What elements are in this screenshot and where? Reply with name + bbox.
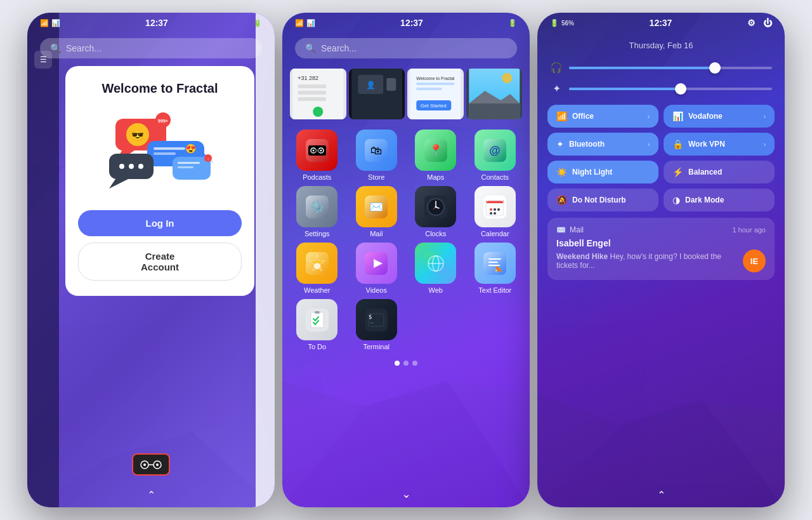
app-icon-store: 🛍 <box>356 130 397 171</box>
toggle-bluetooth[interactable]: ✦ Bluetooth › <box>547 133 658 156</box>
svg-rect-131 <box>365 309 388 331</box>
brightness-thumb[interactable] <box>675 83 686 95</box>
svg-point-49 <box>156 463 159 466</box>
toggle-dnd-label: Do Not Disturb <box>572 196 626 204</box>
svg-rect-63 <box>298 91 326 95</box>
svg-point-110 <box>497 208 500 211</box>
status-icons-2: 📶 📊 <box>295 19 315 27</box>
bluetooth-toggle-icon: ✦ <box>556 139 564 149</box>
dot-1[interactable] <box>395 361 400 366</box>
svg-text:999+: 999+ <box>158 119 168 123</box>
svg-point-39 <box>138 164 143 169</box>
search-bar-2[interactable]: 🔍 Search... <box>295 38 517 58</box>
mail-timestamp: 1 hour ago <box>732 226 766 234</box>
recent-thumb-message[interactable]: Welcome to Fractal Get Started <box>407 69 464 119</box>
app-item-mail[interactable]: ✉️ Mail <box>350 186 404 237</box>
app-item-weather[interactable]: Weather <box>290 243 344 294</box>
toggle-nightlight-label: Night Light <box>572 168 612 177</box>
app-label-terminal: Terminal <box>363 343 390 350</box>
signal-toggle-icon: 📊 <box>672 111 683 121</box>
toggle-workvpn-arrow: › <box>764 141 766 148</box>
create-account-button[interactable]: Create Account <box>78 243 242 281</box>
volume-fill <box>569 67 715 69</box>
app-item-calendar[interactable]: Calendar <box>468 186 523 237</box>
dot-3[interactable] <box>412 361 417 366</box>
svg-point-37 <box>119 164 124 169</box>
battery-icon: 🔋 <box>253 19 262 27</box>
recent-thumb-video[interactable]: 👤 <box>349 69 405 119</box>
app-item-texteditor[interactable]: Text Editor <box>468 243 523 294</box>
settings-icon[interactable]: ⚙ <box>747 18 756 28</box>
battery-icon-3: 🔋 <box>550 19 559 27</box>
welcome-card: Welcome to Fractal 999+ 😎 <box>65 66 254 296</box>
chat-illustration: 999+ 😎 <box>103 106 217 195</box>
wifi-icon: 📶 <box>40 19 49 27</box>
recent-thumb-photo[interactable] <box>466 69 523 119</box>
app-icon-mail: ✉️ <box>356 186 397 227</box>
toggle-workvpn[interactable]: 🔒 Work VPN › <box>664 133 775 156</box>
svg-rect-124 <box>488 262 498 263</box>
search-bar-1[interactable]: 🔍 Search... <box>40 38 262 58</box>
search-placeholder-1: Search... <box>66 43 102 53</box>
app-icon-videos <box>356 243 397 284</box>
svg-text:😎: 😎 <box>131 130 144 142</box>
app-icon-calendar <box>475 186 516 227</box>
app-item-todo[interactable]: To Do <box>290 299 344 350</box>
app-item-podcasts[interactable]: Podcasts <box>290 130 344 181</box>
mail-notification[interactable]: ✉️ Mail 1 hour ago Isabell Engel Weekend… <box>547 218 775 280</box>
toggle-vodafone[interactable]: 📊 Vodafone › <box>664 105 775 128</box>
control-center: Thursday, Feb 16 🎧 ✦ <box>537 33 785 288</box>
recent-apps-row: +31 282 👤 Welcome to Fracta <box>282 63 530 124</box>
app-label-calendar: Calendar <box>481 230 509 237</box>
dot-2[interactable] <box>403 361 409 366</box>
volume-thumb[interactable] <box>709 62 721 74</box>
main-container: ☰ 📶 📊 12:37 🔋 🔍 Search... <box>0 0 812 520</box>
toggle-darkmode[interactable]: ◑ Dark Mode <box>664 189 775 211</box>
svg-text:$: $ <box>369 314 372 320</box>
toggle-nightlight[interactable]: ☀️ Night Light <box>547 161 658 183</box>
mail-icon: ✉️ <box>556 225 566 234</box>
app-item-maps[interactable]: 📍 Maps <box>409 130 463 181</box>
toggle-office[interactable]: 📶 Office › <box>547 105 658 128</box>
app-item-videos[interactable]: Videos <box>350 243 404 294</box>
app-item-settings[interactable]: ⚙️ Settings <box>290 186 344 237</box>
bottom-indicator-2: ⌄ <box>402 487 411 501</box>
toggle-grid: 📶 Office › 📊 Vodafone › ✦ Bluetooth › <box>547 105 775 211</box>
svg-point-109 <box>494 208 496 211</box>
app-item-clocks[interactable]: Clocks <box>409 186 463 237</box>
svg-rect-73 <box>416 88 442 90</box>
status-bar-3: 🔋 56% 12:37 ⚙ ⏻ <box>537 13 785 33</box>
login-button[interactable]: Log In <box>78 210 242 236</box>
app-item-web[interactable]: Web <box>409 243 463 294</box>
svg-point-79 <box>502 73 512 83</box>
toggle-bluetooth-label: Bluetooth <box>569 140 605 149</box>
brightness-fill <box>569 88 681 90</box>
brightness-track[interactable] <box>569 88 772 90</box>
left-panel: ☰ <box>27 13 59 507</box>
app-label-videos: Videos <box>366 286 387 294</box>
dnd-toggle-icon: 🔕 <box>556 195 567 205</box>
svg-point-84 <box>312 149 314 151</box>
app-label-podcasts: Podcasts <box>303 173 331 181</box>
time-display-2: 12:37 <box>400 18 423 28</box>
toggle-balanced[interactable]: ⚡ Balanced <box>664 161 775 183</box>
mail-sender: Isabell Engel <box>556 238 766 248</box>
app-item-store[interactable]: 🛍 Store <box>350 130 404 181</box>
app-item-contacts[interactable]: @ Contacts <box>468 130 523 181</box>
search-icon-2: 🔍 <box>305 43 316 53</box>
app-item-terminal[interactable]: _ $ Terminal <box>350 299 404 350</box>
recent-thumb-dialer[interactable]: +31 282 <box>290 69 346 119</box>
svg-text:+31 282: +31 282 <box>298 75 318 81</box>
power-icon[interactable]: ⏻ <box>763 18 772 28</box>
svg-text:👤: 👤 <box>365 80 375 90</box>
svg-text:😍: 😍 <box>185 143 197 154</box>
toggle-vodafone-label: Vodafone <box>688 112 723 121</box>
svg-point-115 <box>314 263 320 269</box>
brightness-slider-row: ✦ <box>547 79 775 98</box>
toggle-donotdisturb[interactable]: 🔕 Do Not Disturb <box>547 189 658 211</box>
volume-track[interactable] <box>569 67 772 69</box>
svg-text:@: @ <box>489 144 501 157</box>
screen2-apps: 📶 📊 12:37 🔋 🔍 Search... +31 282 <box>282 13 530 507</box>
app-icon-web <box>415 243 456 284</box>
right-panel <box>256 13 275 507</box>
